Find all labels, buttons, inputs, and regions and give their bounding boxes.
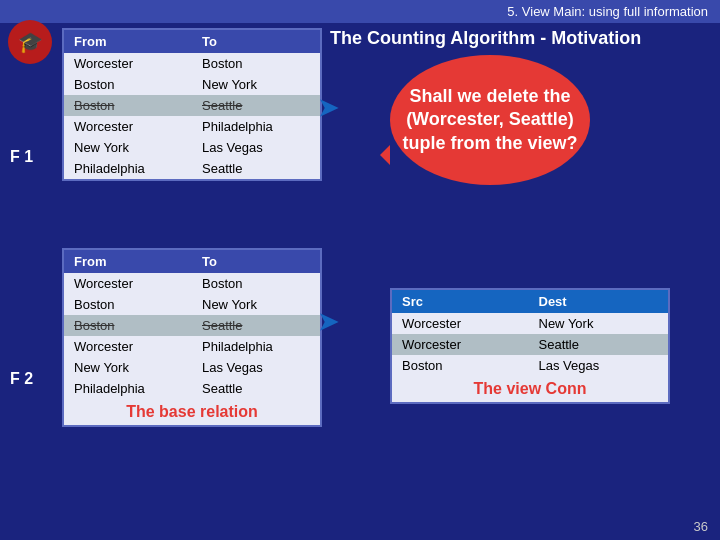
table1-from: Worcester — [64, 53, 192, 74]
table2-from: Boston — [64, 294, 192, 315]
table1-to: Seattle — [192, 95, 320, 116]
view-src: Boston — [392, 355, 529, 376]
table1-row: New YorkLas Vegas — [64, 137, 320, 158]
table1-row: PhiladelphiaSeattle — [64, 158, 320, 179]
table1-row: BostonNew York — [64, 74, 320, 95]
table1-row: WorcesterPhiladelphia — [64, 116, 320, 137]
view-header-dest: Dest — [529, 290, 669, 313]
table1-header-from: From — [64, 30, 192, 53]
table1-to: New York — [192, 74, 320, 95]
table1-row: BostonSeattle — [64, 95, 320, 116]
table1-wrapper: From To WorcesterBostonBostonNew YorkBos… — [62, 28, 322, 181]
table2-from: Boston — [64, 315, 192, 336]
table2-to: Las Vegas — [192, 357, 320, 378]
table2: From To WorcesterBostonBostonNew YorkBos… — [64, 250, 320, 399]
table2-row: BostonNew York — [64, 294, 320, 315]
table1-to: Las Vegas — [192, 137, 320, 158]
f1-label: F 1 — [10, 148, 33, 166]
table1-from: New York — [64, 137, 192, 158]
view-table-wrapper: Src Dest WorcesterNew YorkWorcesterSeatt… — [390, 288, 670, 404]
table1-to: Boston — [192, 53, 320, 74]
table2-from: Philadelphia — [64, 378, 192, 399]
table2-to: Seattle — [192, 315, 320, 336]
table1: From To WorcesterBostonBostonNew YorkBos… — [64, 30, 320, 179]
logo: 🎓 — [8, 20, 58, 70]
speech-bubble-text: Shall we delete the (Worcester, Seattle)… — [400, 85, 580, 155]
table1-from: Philadelphia — [64, 158, 192, 179]
view-src: Worcester — [392, 334, 529, 355]
arrow2: ➤ — [318, 308, 338, 336]
page-number: 36 — [694, 519, 708, 534]
table1-from: Worcester — [64, 116, 192, 137]
logo-icon: 🎓 — [8, 20, 52, 64]
base-relation-label: The base relation — [64, 399, 320, 425]
view-dest: New York — [529, 313, 669, 334]
view-table: Src Dest WorcesterNew YorkWorcesterSeatt… — [392, 290, 668, 376]
table2-row: BostonSeattle — [64, 315, 320, 336]
table2-row: WorcesterPhiladelphia — [64, 336, 320, 357]
table1-row: WorcesterBoston — [64, 53, 320, 74]
view-table-row: WorcesterSeattle — [392, 334, 668, 355]
view-header-src: Src — [392, 290, 529, 313]
table2-header-to: To — [192, 250, 320, 273]
view-dest: Las Vegas — [529, 355, 669, 376]
view-dest: Seattle — [529, 334, 669, 355]
top-bar: 5. View Main: using full information — [0, 0, 720, 23]
table2-to: New York — [192, 294, 320, 315]
arrow1: ➤ — [318, 94, 338, 122]
table2-row: New YorkLas Vegas — [64, 357, 320, 378]
table2-to: Seattle — [192, 378, 320, 399]
table1-from: Boston — [64, 74, 192, 95]
table1-header-to: To — [192, 30, 320, 53]
table2-from: Worcester — [64, 336, 192, 357]
table2-from: Worcester — [64, 273, 192, 294]
table2-row: PhiladelphiaSeattle — [64, 378, 320, 399]
speech-bubble: Shall we delete the (Worcester, Seattle)… — [390, 55, 590, 185]
top-bar-title: 5. View Main: using full information — [507, 4, 708, 19]
view-conn-label: The view Conn — [392, 376, 668, 402]
table1-to: Seattle — [192, 158, 320, 179]
f2-label: F 2 — [10, 370, 33, 388]
view-src: Worcester — [392, 313, 529, 334]
view-table-row: BostonLas Vegas — [392, 355, 668, 376]
view-table-row: WorcesterNew York — [392, 313, 668, 334]
table2-from: New York — [64, 357, 192, 378]
table2-header-from: From — [64, 250, 192, 273]
algo-title: The Counting Algorithm - Motivation — [330, 28, 641, 49]
table2-row: WorcesterBoston — [64, 273, 320, 294]
table1-to: Philadelphia — [192, 116, 320, 137]
table2-to: Boston — [192, 273, 320, 294]
table1-from: Boston — [64, 95, 192, 116]
table2-to: Philadelphia — [192, 336, 320, 357]
table2-wrapper: From To WorcesterBostonBostonNew YorkBos… — [62, 248, 322, 427]
